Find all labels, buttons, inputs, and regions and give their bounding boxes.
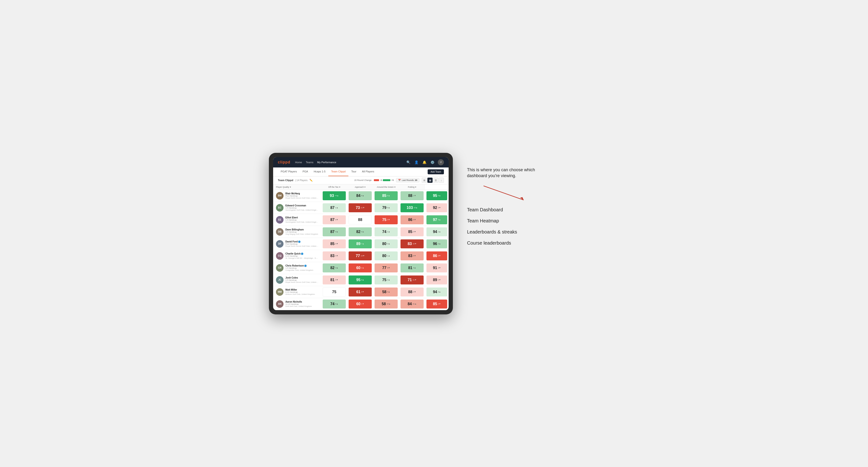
player-club: Woburn Golf Club, United Kingdom	[285, 293, 315, 295]
col-header-approach[interactable]: Approach ▾	[347, 184, 373, 190]
stat-cell: 7714▼	[347, 250, 373, 262]
stat-cell: 824▲	[347, 226, 373, 238]
table-row[interactable]: EEElliot Ebert1-5 HandicapSunningdale Go…	[273, 214, 448, 226]
nav-icons: 🔍 👤 🔔 ⚙️ U	[406, 159, 444, 165]
player-club: Royal North Devon Golf Club, United King…	[285, 281, 318, 283]
team-header: Team Clippd | 14 Players ✏️ 20 Round Cha…	[273, 177, 448, 184]
avatar: AN	[276, 300, 283, 308]
col-header-off-tee[interactable]: Off the Tee ▾	[321, 184, 347, 190]
table-row[interactable]: JCJosh Coles1-5 HandicapRoyal North Devo…	[273, 274, 448, 286]
heatmap-view-button[interactable]: ▦	[427, 178, 433, 183]
col-header-around-green[interactable]: Around the Green ▾	[373, 184, 399, 190]
table-scroll: Player Quality ▾ Off the Tee ▾ Approach …	[273, 184, 448, 310]
settings-icon[interactable]: ⚙️	[430, 160, 435, 165]
svg-line-0	[484, 186, 524, 200]
col-header-putting[interactable]: Putting ▾	[399, 184, 425, 190]
sub-nav-pga[interactable]: PGA	[300, 167, 311, 176]
table-row[interactable]: ECEdward Crossman1-5 HandicapSunningdale…	[273, 201, 448, 214]
last-rounds-button[interactable]: 📅 Last Rounds: 20	[396, 178, 420, 182]
quality-cell: 853▼	[321, 238, 347, 250]
stat-cell: 752▲	[373, 274, 399, 286]
quality-cell: 813▼	[321, 274, 347, 286]
table-row[interactable]: ANAaron Nicholls11-15 HandicapDrift Golf…	[273, 298, 448, 310]
grid-view-button[interactable]: ⊞	[422, 178, 427, 183]
player-cell: DFDavid FordPlus HandicapRoyal North Dev…	[273, 238, 321, 250]
stat-cell: 975▲	[425, 214, 448, 226]
quality-cell: 75	[321, 286, 347, 298]
avatar: EE	[276, 216, 283, 224]
tablet-frame: clippd Home Teams My Performance 🔍 👤 🔔 ⚙…	[269, 153, 453, 314]
list-view-button[interactable]: ☰	[433, 178, 438, 183]
player-name: Dave Billingham	[285, 228, 318, 231]
nav-home[interactable]: Home	[295, 160, 302, 165]
player-name: Chris Robertson	[285, 264, 313, 267]
quality-cell: 874▲	[321, 226, 347, 238]
stat-cell: 959▲	[425, 190, 448, 201]
quality-cell: 823▲	[321, 262, 347, 274]
nav-teams[interactable]: Teams	[306, 160, 313, 165]
stat-cell: 941▲	[425, 226, 448, 238]
dashboard-item-0: Team Dashboard	[467, 207, 538, 213]
player-club: Drift Golf Club, United Kingdom	[285, 305, 312, 307]
player-handicap: 1-5 Handicap	[285, 207, 318, 209]
last-rounds-text: Last Rounds: 20	[402, 179, 417, 181]
player-name: David Ford	[285, 240, 318, 243]
sub-nav-team-clippd[interactable]: Team Clippd	[328, 167, 348, 176]
player-handicap: 1-5 Handicap	[285, 279, 318, 281]
table-row[interactable]: DFDavid FordPlus HandicapRoyal North Dev…	[273, 238, 448, 250]
player-handicap: 1-5 Handicap	[285, 219, 318, 221]
sub-nav-hcaps[interactable]: Hcaps 1-5	[311, 167, 328, 176]
col-header-player[interactable]: Player Quality ▾	[273, 184, 321, 190]
player-club: Sunningdale Golf Club, United Kingdom	[285, 209, 318, 211]
player-club: Gog Magog Golf Club, United Kingdom	[285, 233, 318, 235]
table-row[interactable]: DBDave Billingham1-5 HandicapGog Magog G…	[273, 226, 448, 238]
table-row[interactable]: BMBlair McHargPlus HandicapRoyal North D…	[273, 190, 448, 201]
sub-nav-pgat[interactable]: PGAT Players	[278, 167, 300, 176]
stat-cell: 866▼	[399, 214, 425, 226]
add-team-button[interactable]: Add Team	[428, 169, 444, 174]
round-change-label: 20 Round Change	[354, 179, 371, 181]
player-cell: EEElliot Ebert1-5 HandicapSunningdale Go…	[273, 214, 321, 226]
avatar[interactable]: U	[438, 159, 444, 165]
player-cell: CRChris Robertson1-5 HandicapCraigmillar…	[273, 262, 321, 274]
table-row[interactable]: CQCharlie Quick6-10 HandicapSt. George's…	[273, 250, 448, 262]
verified-icon	[298, 241, 301, 243]
annotation-intro: This is where you can choose which dashb…	[467, 167, 538, 179]
player-cell: MMMatt Miller6-10 HandicapWoburn Golf Cl…	[273, 286, 321, 298]
team-header-controls: 20 Round Change -5 +5 📅 Last Rounds: 20 …	[354, 178, 444, 183]
stat-cell: 8310▼	[399, 238, 425, 250]
player-name: Elliot Ebert	[285, 216, 318, 219]
player-cell: ECEdward Crossman1-5 HandicapSunningdale…	[273, 201, 321, 214]
page-wrapper: clippd Home Teams My Performance 🔍 👤 🔔 ⚙…	[269, 153, 599, 314]
quality-cell: 833▼	[321, 250, 347, 262]
stat-cell: 958▲	[347, 274, 373, 286]
player-name: Charlie Quick	[285, 252, 318, 255]
player-handicap: 6-10 Handicap	[285, 291, 315, 293]
edit-icon[interactable]: ✏️	[309, 179, 313, 182]
user-icon[interactable]: 👤	[414, 160, 419, 165]
calendar-icon: 📅	[398, 179, 401, 181]
stat-cell: 10315▲	[399, 201, 425, 214]
stat-cell: 858▲	[373, 190, 399, 201]
player-club: Craigmillar Park, United Kingdom	[285, 269, 313, 271]
top-nav: clippd Home Teams My Performance 🔍 👤 🔔 ⚙…	[273, 157, 448, 167]
stat-cell: 7111▼	[399, 274, 425, 286]
stat-cell: 882▼	[399, 286, 425, 298]
bar-pos-label: +5	[391, 179, 394, 181]
table-header: Player Quality ▾ Off the Tee ▾ Approach …	[273, 184, 448, 190]
player-name: Blair McHarg	[285, 192, 318, 195]
table-row[interactable]: CRChris Robertson1-5 HandicapCraigmillar…	[273, 262, 448, 274]
stat-cell: 601▼	[347, 298, 373, 310]
bell-icon[interactable]: 🔔	[422, 160, 427, 165]
sub-nav-all-players[interactable]: All Players	[359, 167, 377, 176]
player-name: Josh Coles	[285, 276, 318, 279]
player-club: St. George's Hill GC - Weybridge - Surre…	[285, 257, 318, 259]
annotation-panel: This is where you can choose which dashb…	[467, 153, 538, 246]
player-handicap: 11-15 Handicap	[285, 303, 312, 305]
sub-nav-tour[interactable]: Tour	[348, 167, 359, 176]
search-icon[interactable]: 🔍	[406, 160, 411, 165]
nav-my-performance[interactable]: My Performance	[317, 160, 336, 165]
table-row[interactable]: MMMatt Miller6-10 HandicapWoburn Golf Cl…	[273, 286, 448, 298]
stat-cell: 799▲	[373, 201, 399, 214]
download-button[interactable]: ↓	[439, 178, 444, 183]
